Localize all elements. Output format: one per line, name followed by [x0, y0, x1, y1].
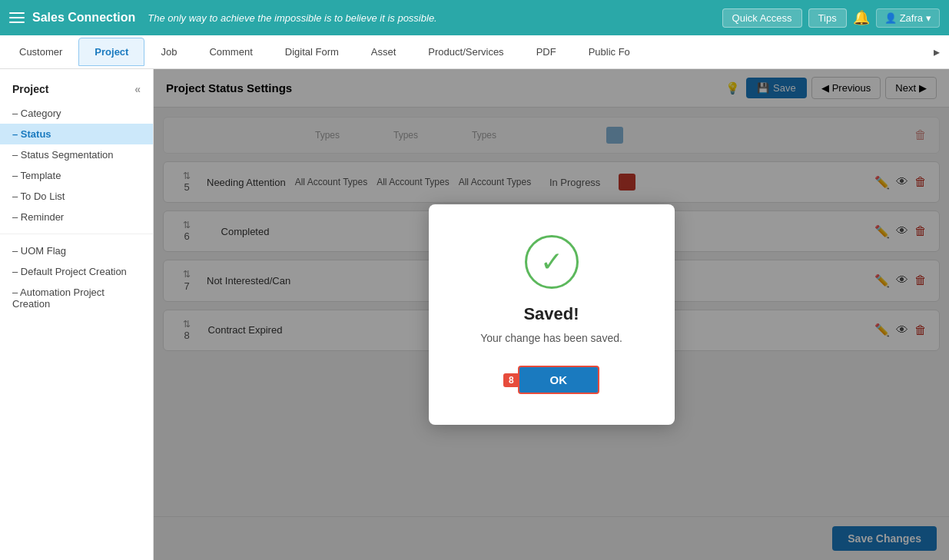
tips-button[interactable]: Tips: [808, 8, 847, 28]
topbar: Sales Connection The only way to achieve…: [0, 0, 949, 35]
tab-asset[interactable]: Asset: [355, 38, 413, 66]
brand-name: Sales Connection: [32, 11, 135, 25]
ok-button[interactable]: OK: [518, 366, 600, 394]
user-icon: 👤: [884, 12, 897, 24]
tab-job[interactable]: Job: [144, 38, 193, 66]
sidebar-header: Project «: [0, 78, 153, 103]
sidebar: Project « – Category – Status – Status S…: [0, 69, 154, 560]
tab-comment[interactable]: Comment: [193, 38, 268, 66]
sidebar-item-status-segmentation[interactable]: – Status Segmentation: [0, 144, 153, 165]
chevron-down-icon: ▾: [926, 12, 931, 24]
sidebar-item-status[interactable]: – Status: [0, 124, 153, 144]
brand: Sales Connection: [32, 11, 135, 25]
sidebar-item-todo-list[interactable]: – To Do List: [0, 186, 153, 207]
tabbar: Customer Project Job Comment Digital For…: [0, 35, 949, 69]
modal-dialog: ✓ Saved! Your change has been saved. 8 O…: [429, 204, 675, 425]
sidebar-item-category[interactable]: – Category: [0, 103, 153, 124]
modal-badge: 8: [503, 373, 519, 387]
sidebar-item-automation-project[interactable]: – Automation Project Creation: [0, 282, 153, 314]
sidebar-title: Project: [12, 83, 48, 95]
tab-project[interactable]: Project: [78, 38, 144, 66]
success-icon: ✓: [525, 235, 579, 289]
hamburger-menu[interactable]: [9, 12, 25, 23]
tab-public-form[interactable]: Public Fo: [572, 38, 646, 66]
sidebar-item-reminder[interactable]: – Reminder: [0, 207, 153, 227]
tab-product-services[interactable]: Product/Services: [412, 38, 519, 66]
bell-icon[interactable]: 🔔: [853, 9, 870, 26]
quick-access-button[interactable]: Quick Access: [722, 8, 802, 28]
content-area: Project Status Settings 💡 💾 Save ◀ Previ…: [154, 69, 949, 560]
tab-digital-form[interactable]: Digital Form: [269, 38, 355, 66]
checkmark-icon: ✓: [540, 248, 563, 276]
main-layout: Project « – Category – Status – Status S…: [0, 69, 949, 560]
sidebar-item-default-project[interactable]: – Default Project Creation: [0, 261, 153, 282]
user-menu[interactable]: 👤 Zafra ▾: [876, 8, 940, 28]
tab-scroll-right[interactable]: ▸: [927, 38, 946, 65]
modal-title: Saved!: [467, 304, 636, 324]
modal-ok-wrapper: 8 OK: [467, 366, 636, 394]
topbar-right: Quick Access Tips 🔔 👤 Zafra ▾: [722, 8, 940, 28]
tab-customer[interactable]: Customer: [3, 38, 78, 66]
user-name: Zafra: [900, 12, 923, 24]
sidebar-item-template[interactable]: – Template: [0, 165, 153, 186]
sidebar-collapse-icon[interactable]: «: [134, 83, 141, 95]
tagline: The only way to achieve the impossible i…: [148, 12, 722, 24]
modal-message: Your change has been saved.: [467, 332, 636, 344]
sidebar-item-uom-flag[interactable]: – UOM Flag: [0, 240, 153, 261]
modal-overlay: ✓ Saved! Your change has been saved. 8 O…: [154, 69, 949, 560]
tab-pdf[interactable]: PDF: [520, 38, 572, 66]
